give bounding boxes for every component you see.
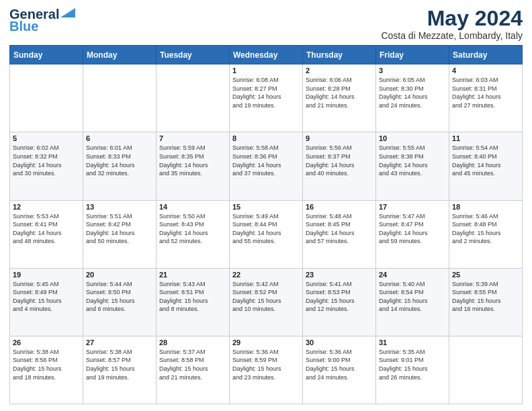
day-info: Sunrise: 5:37 AM Sunset: 8:58 PM Dayligh… bbox=[159, 348, 226, 381]
day-number: 6 bbox=[86, 134, 153, 142]
day-info: Sunrise: 5:42 AM Sunset: 8:52 PM Dayligh… bbox=[232, 280, 300, 314]
day-number: 18 bbox=[452, 203, 519, 211]
calendar-cell: 9Sunrise: 5:56 AM Sunset: 8:37 PM Daylig… bbox=[303, 132, 376, 200]
calendar-cell bbox=[157, 64, 230, 132]
calendar-cell bbox=[83, 64, 157, 132]
day-info: Sunrise: 5:38 AM Sunset: 8:56 PM Dayligh… bbox=[13, 348, 80, 381]
header: General Blue May 2024 Costa di Mezzate, … bbox=[9, 7, 523, 41]
day-number: 20 bbox=[86, 271, 153, 279]
day-number: 12 bbox=[13, 203, 80, 211]
day-info: Sunrise: 6:02 AM Sunset: 8:32 PM Dayligh… bbox=[13, 144, 80, 177]
day-info: Sunrise: 5:40 AM Sunset: 8:54 PM Dayligh… bbox=[379, 280, 446, 314]
day-number: 9 bbox=[306, 134, 373, 142]
day-number: 30 bbox=[306, 338, 373, 347]
calendar-cell: 24Sunrise: 5:40 AM Sunset: 8:54 PM Dayli… bbox=[376, 268, 449, 336]
calendar-day-header: Tuesday bbox=[157, 46, 230, 64]
calendar-cell: 19Sunrise: 5:45 AM Sunset: 8:49 PM Dayli… bbox=[10, 268, 83, 336]
calendar-cell: 4Sunrise: 6:03 AM Sunset: 8:31 PM Daylig… bbox=[449, 64, 523, 132]
day-info: Sunrise: 5:39 AM Sunset: 8:55 PM Dayligh… bbox=[452, 280, 519, 314]
day-info: Sunrise: 5:41 AM Sunset: 8:53 PM Dayligh… bbox=[306, 280, 373, 314]
calendar-cell: 25Sunrise: 5:39 AM Sunset: 8:55 PM Dayli… bbox=[449, 268, 523, 336]
location-subtitle: Costa di Mezzate, Lombardy, Italy bbox=[381, 30, 523, 41]
day-number: 22 bbox=[232, 271, 300, 279]
day-number: 11 bbox=[452, 134, 519, 142]
logo: General Blue bbox=[9, 7, 75, 34]
day-info: Sunrise: 5:44 AM Sunset: 8:50 PM Dayligh… bbox=[86, 280, 153, 314]
calendar-day-header: Wednesday bbox=[230, 46, 303, 64]
calendar-cell: 1Sunrise: 6:08 AM Sunset: 8:27 PM Daylig… bbox=[230, 64, 303, 132]
day-number: 16 bbox=[306, 203, 373, 211]
day-number: 17 bbox=[379, 203, 446, 211]
day-info: Sunrise: 5:38 AM Sunset: 8:57 PM Dayligh… bbox=[86, 348, 153, 381]
day-number: 4 bbox=[452, 66, 519, 75]
svg-marker-0 bbox=[60, 8, 75, 17]
day-number: 10 bbox=[379, 134, 446, 142]
calendar-cell: 3Sunrise: 6:05 AM Sunset: 8:30 PM Daylig… bbox=[376, 64, 449, 132]
calendar-cell: 15Sunrise: 5:49 AM Sunset: 8:44 PM Dayli… bbox=[230, 200, 303, 268]
calendar-cell: 31Sunrise: 5:35 AM Sunset: 9:01 PM Dayli… bbox=[376, 336, 449, 404]
day-info: Sunrise: 5:51 AM Sunset: 8:42 PM Dayligh… bbox=[86, 212, 153, 246]
day-number: 8 bbox=[232, 134, 300, 142]
calendar-cell: 18Sunrise: 5:46 AM Sunset: 8:48 PM Dayli… bbox=[449, 200, 523, 268]
day-info: Sunrise: 6:08 AM Sunset: 8:27 PM Dayligh… bbox=[232, 76, 300, 109]
title-area: May 2024 Costa di Mezzate, Lombardy, Ita… bbox=[381, 7, 523, 41]
day-info: Sunrise: 5:43 AM Sunset: 8:51 PM Dayligh… bbox=[159, 280, 226, 314]
calendar-cell: 30Sunrise: 5:36 AM Sunset: 9:00 PM Dayli… bbox=[303, 336, 376, 404]
day-info: Sunrise: 5:36 AM Sunset: 8:59 PM Dayligh… bbox=[232, 348, 300, 381]
calendar-week-row: 1Sunrise: 6:08 AM Sunset: 8:27 PM Daylig… bbox=[10, 64, 523, 132]
calendar-header-row: SundayMondayTuesdayWednesdayThursdayFrid… bbox=[10, 46, 523, 64]
day-number: 14 bbox=[159, 203, 226, 211]
day-number: 13 bbox=[86, 203, 153, 211]
day-info: Sunrise: 5:47 AM Sunset: 8:47 PM Dayligh… bbox=[379, 212, 446, 246]
day-info: Sunrise: 5:58 AM Sunset: 8:36 PM Dayligh… bbox=[232, 144, 300, 177]
day-number: 2 bbox=[306, 66, 373, 75]
calendar-cell: 8Sunrise: 5:58 AM Sunset: 8:36 PM Daylig… bbox=[230, 132, 303, 200]
calendar-cell: 20Sunrise: 5:44 AM Sunset: 8:50 PM Dayli… bbox=[83, 268, 157, 336]
month-title: May 2024 bbox=[381, 7, 523, 30]
calendar-cell bbox=[449, 336, 523, 404]
day-info: Sunrise: 5:59 AM Sunset: 8:35 PM Dayligh… bbox=[159, 144, 226, 177]
day-info: Sunrise: 5:35 AM Sunset: 9:01 PM Dayligh… bbox=[379, 348, 446, 381]
calendar-day-header: Friday bbox=[376, 46, 449, 64]
calendar-cell: 2Sunrise: 6:06 AM Sunset: 8:28 PM Daylig… bbox=[303, 64, 376, 132]
calendar-cell: 17Sunrise: 5:47 AM Sunset: 8:47 PM Dayli… bbox=[376, 200, 449, 268]
day-info: Sunrise: 5:36 AM Sunset: 9:00 PM Dayligh… bbox=[306, 348, 373, 381]
calendar-cell: 21Sunrise: 5:43 AM Sunset: 8:51 PM Dayli… bbox=[157, 268, 230, 336]
calendar-cell: 26Sunrise: 5:38 AM Sunset: 8:56 PM Dayli… bbox=[10, 336, 83, 404]
calendar-cell: 6Sunrise: 6:01 AM Sunset: 8:33 PM Daylig… bbox=[83, 132, 157, 200]
calendar-day-header: Saturday bbox=[449, 46, 523, 64]
calendar-cell: 13Sunrise: 5:51 AM Sunset: 8:42 PM Dayli… bbox=[83, 200, 157, 268]
calendar-cell: 5Sunrise: 6:02 AM Sunset: 8:32 PM Daylig… bbox=[10, 132, 83, 200]
day-number: 15 bbox=[232, 203, 300, 211]
calendar-cell: 10Sunrise: 5:55 AM Sunset: 8:38 PM Dayli… bbox=[376, 132, 449, 200]
calendar-cell bbox=[10, 64, 83, 132]
logo-icon bbox=[60, 8, 75, 17]
day-info: Sunrise: 6:05 AM Sunset: 8:30 PM Dayligh… bbox=[379, 76, 446, 109]
calendar-cell: 11Sunrise: 5:54 AM Sunset: 8:40 PM Dayli… bbox=[449, 132, 523, 200]
calendar-cell: 7Sunrise: 5:59 AM Sunset: 8:35 PM Daylig… bbox=[157, 132, 230, 200]
day-number: 5 bbox=[13, 134, 80, 142]
calendar-cell: 29Sunrise: 5:36 AM Sunset: 8:59 PM Dayli… bbox=[230, 336, 303, 404]
day-info: Sunrise: 5:49 AM Sunset: 8:44 PM Dayligh… bbox=[232, 212, 300, 246]
day-number: 29 bbox=[232, 338, 300, 347]
day-number: 21 bbox=[159, 271, 226, 279]
calendar-cell: 12Sunrise: 5:53 AM Sunset: 8:41 PM Dayli… bbox=[10, 200, 83, 268]
day-number: 28 bbox=[159, 338, 226, 347]
day-info: Sunrise: 6:03 AM Sunset: 8:31 PM Dayligh… bbox=[452, 76, 519, 109]
calendar-cell: 28Sunrise: 5:37 AM Sunset: 8:58 PM Dayli… bbox=[157, 336, 230, 404]
day-info: Sunrise: 5:55 AM Sunset: 8:38 PM Dayligh… bbox=[379, 144, 446, 177]
day-number: 7 bbox=[159, 134, 226, 142]
day-info: Sunrise: 5:56 AM Sunset: 8:37 PM Dayligh… bbox=[306, 144, 373, 177]
calendar-day-header: Monday bbox=[83, 46, 157, 64]
day-info: Sunrise: 5:45 AM Sunset: 8:49 PM Dayligh… bbox=[13, 280, 80, 314]
day-number: 19 bbox=[13, 271, 80, 279]
calendar-table: SundayMondayTuesdayWednesdayThursdayFrid… bbox=[9, 45, 523, 404]
day-info: Sunrise: 5:50 AM Sunset: 8:43 PM Dayligh… bbox=[159, 212, 226, 246]
calendar-cell: 14Sunrise: 5:50 AM Sunset: 8:43 PM Dayli… bbox=[157, 200, 230, 268]
day-number: 3 bbox=[379, 66, 446, 75]
calendar-cell: 22Sunrise: 5:42 AM Sunset: 8:52 PM Dayli… bbox=[230, 268, 303, 336]
day-info: Sunrise: 5:48 AM Sunset: 8:45 PM Dayligh… bbox=[306, 212, 373, 246]
calendar-cell: 16Sunrise: 5:48 AM Sunset: 8:45 PM Dayli… bbox=[303, 200, 376, 268]
calendar-day-header: Sunday bbox=[10, 46, 83, 64]
day-info: Sunrise: 6:06 AM Sunset: 8:28 PM Dayligh… bbox=[306, 76, 373, 109]
